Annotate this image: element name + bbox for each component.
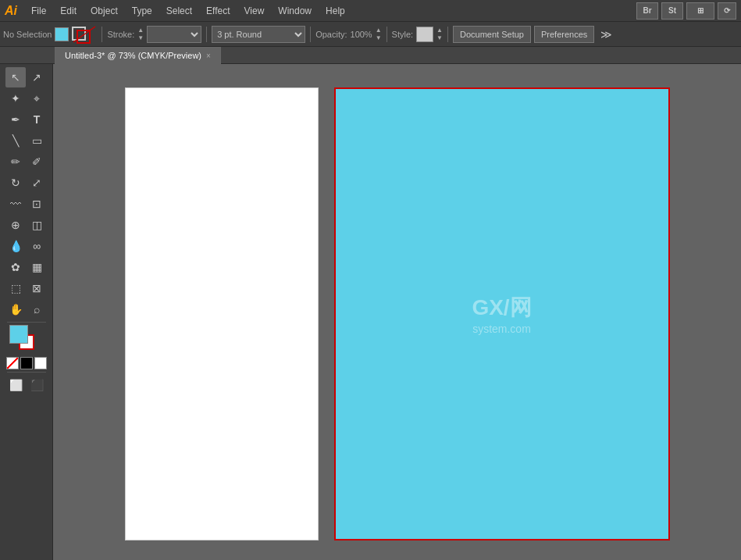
document-setup-button[interactable]: Document Setup <box>453 26 531 43</box>
gradient-tool[interactable]: ◫ <box>27 215 47 235</box>
lasso-tool[interactable]: ⌖ <box>27 88 47 109</box>
fill-swatch[interactable] <box>9 325 28 344</box>
svg-line-0 <box>73 27 95 42</box>
slice-tool[interactable]: ⊠ <box>27 278 47 298</box>
warp-tool[interactable]: 〰 <box>5 194 26 214</box>
menu-effect[interactable]: Effect <box>200 4 236 18</box>
style-arrows[interactable]: ▲ ▼ <box>436 27 443 42</box>
opacity-value: 100% <box>351 30 372 39</box>
opacity-label: Opacity: <box>315 30 347 39</box>
none-swatch[interactable] <box>6 357 19 369</box>
menu-bar: Ai File Edit Object Type Select Effect V… <box>0 0 741 22</box>
black-swatch[interactable] <box>20 357 33 369</box>
app-logo: Ai <box>5 4 17 18</box>
scale-tool[interactable]: ⤢ <box>27 173 47 193</box>
stroke-type-select[interactable]: 3 pt. Round <box>212 26 305 43</box>
selection-tool[interactable]: ↖ <box>5 67 26 87</box>
rotate-tool[interactable]: ↻ <box>5 173 26 193</box>
column-graph-tool[interactable]: ▦ <box>27 257 47 277</box>
fill-swatch[interactable] <box>55 27 69 41</box>
tab-title: Untitled-3* @ 73% (CMYK/Preview) <box>65 51 201 60</box>
watermark-line1: GX/网 <box>472 293 531 323</box>
type-tool[interactable]: T <box>27 109 47 130</box>
sync-icon-btn[interactable]: ⟳ <box>718 2 736 20</box>
zoom-tool[interactable]: ⌕ <box>27 299 47 319</box>
stroke-label: Stroke: <box>107 30 134 39</box>
menu-file[interactable]: File <box>25 4 52 18</box>
tool-row-10: ✿ ▦ <box>5 257 47 277</box>
tool-row-7: 〰 ⊡ <box>5 194 47 214</box>
watermark: GX/网 system.com <box>472 293 531 335</box>
white-swatch[interactable] <box>34 357 47 369</box>
free-transform-tool[interactable]: ⊡ <box>27 194 47 214</box>
tool-row-4: ╲ ▭ <box>5 130 47 151</box>
artboard-tool[interactable]: ⬚ <box>5 278 26 298</box>
menu-view[interactable]: View <box>238 4 271 18</box>
screen-mode-normal[interactable]: ⬜ <box>5 375 26 395</box>
menu-type[interactable]: Type <box>126 4 159 18</box>
hand-tool[interactable]: ✋ <box>5 299 26 319</box>
screen-mode-row: ⬜ ⬛ <box>5 375 47 395</box>
separator-5 <box>447 27 448 42</box>
rectangle-tool[interactable]: ▭ <box>27 130 47 151</box>
tool-row-8: ⊕ ◫ <box>5 215 47 235</box>
stroke-weight-select[interactable] <box>147 26 201 43</box>
style-label: Style: <box>392 30 414 39</box>
stroke-arrows[interactable]: ▲ ▼ <box>137 27 144 42</box>
tool-row-9: 💧 ∞ <box>5 236 47 256</box>
separator-3 <box>310 27 311 42</box>
artboard-white[interactable] <box>125 87 319 540</box>
symbol-sprayer-tool[interactable]: ✿ <box>5 257 26 277</box>
menu-select[interactable]: Select <box>160 4 198 18</box>
pencil-tool[interactable]: ✐ <box>27 152 47 172</box>
watermark-line2: system.com <box>472 323 531 335</box>
color-swatches <box>9 325 44 353</box>
stock-icon-btn[interactable]: St <box>661 2 683 20</box>
menu-window[interactable]: Window <box>272 4 318 18</box>
tools-panel: ↖ ↗ ✦ ⌖ ✒ T ╲ ▭ ✏ ✐ ↻ ⤢ 〰 ⊡ ⊕ ◫ <box>0 64 53 560</box>
preferences-button[interactable]: Preferences <box>534 26 594 43</box>
separator-1 <box>102 27 102 42</box>
workspace-icon-btn[interactable]: ⊞ <box>686 2 714 20</box>
stroke-color-indicator[interactable] <box>72 25 97 44</box>
selection-label: No Selection <box>3 30 52 39</box>
artboard-container: GX/网 system.com <box>125 87 670 540</box>
pen-tool[interactable]: ✒ <box>5 109 26 130</box>
tool-row-5: ✏ ✐ <box>5 152 47 172</box>
line-tool[interactable]: ╲ <box>5 130 26 151</box>
separator-2 <box>206 27 207 42</box>
menu-edit[interactable]: Edit <box>54 4 83 18</box>
blend-tool[interactable]: ∞ <box>27 236 47 256</box>
screen-mode-full[interactable]: ⬛ <box>27 375 47 395</box>
tab-bar: Untitled-3* @ 73% (CMYK/Preview) × <box>0 47 741 64</box>
separator-4 <box>387 27 387 42</box>
tool-row-3: ✒ T <box>5 109 47 130</box>
tool-row-1: ↖ ↗ <box>5 67 47 87</box>
tool-row-12: ✋ ⌕ <box>5 299 47 319</box>
tool-row-2: ✦ ⌖ <box>5 88 47 109</box>
options-toolbar: No Selection Stroke: ▲ ▼ 3 pt. Round Opa… <box>0 22 741 47</box>
tool-row-11: ⬚ ⊠ <box>5 278 47 298</box>
fill-color-indicator[interactable] <box>55 27 69 41</box>
paintbrush-tool[interactable]: ✏ <box>5 152 26 172</box>
tools-divider <box>7 322 46 323</box>
menu-help[interactable]: Help <box>319 4 351 18</box>
app-icons-group: Br St ⊞ ⟳ <box>636 2 736 20</box>
opacity-arrows[interactable]: ▲ ▼ <box>376 27 382 42</box>
document-tab[interactable]: Untitled-3* @ 73% (CMYK/Preview) × <box>55 47 221 64</box>
main-area: ↖ ↗ ✦ ⌖ ✒ T ╲ ▭ ✏ ✐ ↻ ⤢ 〰 ⊡ ⊕ ◫ <box>0 64 741 560</box>
swatch-small-row <box>6 357 47 369</box>
toolbar-extra-icon[interactable]: ≫ <box>597 26 615 43</box>
tool-row-6: ↻ ⤢ <box>5 173 47 193</box>
tab-close-icon[interactable]: × <box>206 52 211 60</box>
shape-builder-tool[interactable]: ⊕ <box>5 215 26 235</box>
direct-selection-tool[interactable]: ↗ <box>27 67 47 87</box>
tools-divider-2 <box>7 372 46 373</box>
style-swatch[interactable] <box>416 27 433 42</box>
magic-wand-tool[interactable]: ✦ <box>5 88 26 109</box>
bridge-icon-btn[interactable]: Br <box>636 2 658 20</box>
artboard-cyan[interactable]: GX/网 system.com <box>334 87 670 540</box>
menu-object[interactable]: Object <box>84 4 124 18</box>
canvas-area: GX/网 system.com <box>53 64 741 560</box>
eyedropper-tool[interactable]: 💧 <box>5 236 26 256</box>
